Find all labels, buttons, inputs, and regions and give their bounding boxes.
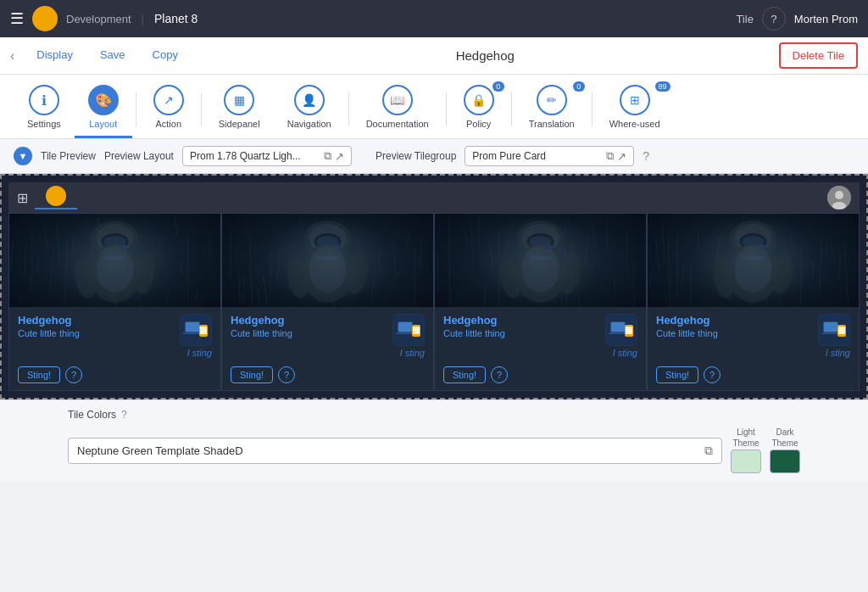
card-logo-0 — [180, 314, 212, 346]
nav-translation[interactable]: 0 ✏ Translation — [515, 80, 588, 138]
tilegroup-external-icon[interactable]: ↗ — [617, 150, 626, 163]
nav-whereused-label: Where-used — [609, 119, 660, 129]
tab-display[interactable]: Display — [23, 37, 86, 75]
open-icon[interactable]: ⧉ — [324, 149, 331, 163]
sting-button-3[interactable]: Sting! — [656, 366, 698, 383]
delete-tile-button[interactable]: Delete Tile — [779, 42, 858, 69]
back-button[interactable]: ‹ — [10, 48, 14, 64]
svg-line-72 — [365, 254, 368, 261]
card-3: Hedgehog Cute little thing — [647, 213, 860, 391]
tile-label: Tile — [736, 13, 753, 25]
svg-line-163 — [772, 287, 773, 291]
dark-theme-label2: Theme — [771, 438, 798, 448]
svg-point-34 — [92, 221, 139, 258]
svg-rect-3 — [9, 214, 220, 307]
card-footer-0: Sting! ? — [9, 363, 220, 390]
layout-input[interactable]: Prom 1.78 Quartz Ligh... ⧉ ↗ — [182, 146, 352, 166]
svg-line-16 — [91, 232, 93, 274]
sting-button-1[interactable]: Sting! — [231, 366, 273, 383]
svg-rect-187 — [824, 322, 837, 332]
svg-point-37 — [104, 236, 126, 248]
copy-icon[interactable]: ⧉ — [704, 444, 713, 458]
sep1 — [136, 92, 136, 126]
svg-line-158 — [739, 249, 740, 256]
tilegroup-value: Prom Pure Card — [472, 150, 603, 162]
svg-line-167 — [800, 244, 801, 302]
navigation-icon: 👤 — [294, 85, 325, 115]
nav-policy-label: Policy — [466, 119, 491, 129]
svg-point-85 — [303, 243, 353, 303]
svg-line-153 — [704, 277, 704, 279]
card-help-3[interactable]: ? — [704, 366, 721, 383]
card-help-2[interactable]: ? — [491, 366, 508, 383]
svg-line-27 — [165, 290, 170, 304]
sting-button-0[interactable]: Sting! — [18, 366, 60, 383]
tab-save[interactable]: Save — [86, 37, 139, 75]
svg-line-74 — [378, 250, 380, 272]
svg-rect-93 — [398, 322, 412, 332]
svg-point-178 — [743, 236, 765, 248]
svg-line-155 — [717, 236, 719, 258]
preview-inner-topbar: ⊞ — [8, 182, 860, 213]
card-footer-2: Sting! ? — [435, 363, 646, 390]
preview-help-icon[interactable]: ? — [643, 149, 649, 163]
nav-policy[interactable]: 0 🔒 Policy — [450, 80, 508, 138]
card-title-0: Hedgehog — [18, 314, 80, 327]
subtoolbar: ‹ Display Save Copy Hedgehog Delete Tile — [0, 37, 868, 75]
card-image-3 — [648, 214, 859, 307]
external-icon[interactable]: ↗ — [335, 150, 344, 163]
svg-point-39 — [97, 245, 134, 293]
card-1: Hedgehog Cute little thing — [221, 213, 434, 391]
card-help-0[interactable]: ? — [65, 366, 82, 383]
svg-point-81 — [304, 221, 352, 258]
help-button[interactable]: ? — [762, 7, 786, 31]
nav-documentation[interactable]: 📖 Documentation — [353, 80, 442, 138]
svg-point-135 — [556, 250, 583, 295]
policy-badge: 0 — [492, 81, 504, 92]
card-image-inner-0 — [9, 214, 220, 307]
card-sting-1: I sting — [400, 348, 425, 358]
mini-logo — [46, 186, 66, 206]
sting-button-2[interactable]: Sting! — [443, 366, 486, 383]
svg-point-179 — [728, 243, 779, 303]
card-help-1[interactable]: ? — [278, 366, 295, 383]
dark-swatch[interactable] — [770, 450, 800, 473]
card-title-3: Hedgehog — [656, 314, 718, 327]
tab-copy[interactable]: Copy — [139, 37, 192, 75]
nav-whereused[interactable]: 89 ⊞ Where-used — [596, 80, 674, 138]
card-image-inner-3 — [648, 214, 859, 307]
svg-point-180 — [735, 245, 772, 293]
nav-action-label: Action — [155, 119, 181, 129]
svg-line-23 — [139, 295, 142, 307]
tile-colors-row: Neptune Green Template ShadeD ⧉ Light Th… — [68, 427, 800, 473]
tile-colors-label: Tile Colors ? — [68, 409, 800, 421]
svg-line-168 — [804, 244, 808, 247]
logo — [32, 6, 58, 31]
svg-rect-94 — [396, 332, 415, 334]
tilegroup-open-icon[interactable]: ⧉ — [606, 149, 614, 163]
menu-icon[interactable]: ☰ — [10, 9, 24, 28]
card-footer-3: Sting! ? — [648, 363, 859, 390]
nav-layout-label: Layout — [89, 119, 117, 129]
whereused-badge: 89 — [655, 81, 670, 92]
svg-line-118 — [571, 242, 573, 288]
tile-preview-label: Tile Preview — [41, 150, 96, 162]
nav-navigation[interactable]: 👤 Navigation — [274, 80, 345, 138]
nav-sidepanel[interactable]: ▦ Sidepanel — [205, 80, 274, 138]
card-logo-3 — [818, 314, 850, 346]
card-image-inner-2 — [435, 214, 646, 307]
layout-icon: 🎨 — [88, 85, 119, 115]
tile-colors-help-icon[interactable]: ? — [121, 409, 127, 421]
svg-point-84 — [317, 236, 339, 248]
svg-line-68 — [338, 225, 342, 251]
card-title-2: Hedgehog — [443, 314, 505, 327]
nav-action[interactable]: ↗ Action — [140, 80, 198, 138]
svg-point-137 — [546, 244, 553, 251]
svg-line-104 — [478, 215, 479, 249]
nav-settings[interactable]: ℹ Settings — [14, 80, 75, 138]
light-swatch[interactable] — [731, 450, 761, 473]
nav-layout[interactable]: 🎨 Layout — [75, 80, 132, 138]
preview-toggle[interactable]: ▼ — [14, 147, 32, 165]
tilegroup-input[interactable]: Prom Pure Card ⧉ ↗ — [465, 146, 634, 166]
color-input[interactable]: Neptune Green Template ShadeD ⧉ — [68, 438, 722, 464]
